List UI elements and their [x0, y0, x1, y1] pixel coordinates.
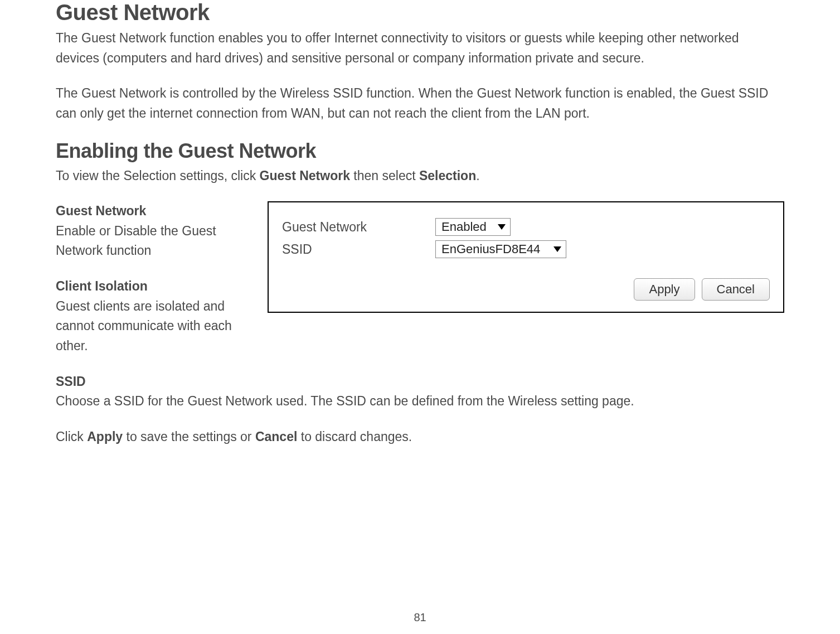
guest-network-select-value: Enabled [441, 220, 487, 234]
intro-paragraph-1: The Guest Network function enables you t… [56, 28, 784, 68]
subintro-pre: To view the Selection settings, click [56, 168, 260, 183]
chevron-down-icon [498, 224, 506, 230]
def-client-isolation-title: Client Isolation [56, 277, 251, 297]
final-bold-2: Cancel [255, 429, 297, 444]
settings-row-ssid: SSID EnGeniusFD8E44 [282, 240, 770, 258]
ssid-label: SSID [282, 242, 435, 257]
page-number: 81 [0, 611, 840, 624]
subintro-bold-1: Guest Network [260, 168, 350, 183]
def-ssid-title: SSID [56, 372, 784, 392]
final-bold-1: Apply [87, 429, 123, 444]
ssid-select-value: EnGeniusFD8E44 [441, 242, 540, 256]
subintro-bold-2: Selection [419, 168, 476, 183]
cancel-button[interactable]: Cancel [702, 278, 770, 301]
chevron-down-icon [553, 246, 561, 252]
def-client-isolation-body: Guest clients are isolated and cannot co… [56, 297, 251, 356]
final-pre: Click [56, 429, 87, 444]
def-guest-network-title: Guest Network [56, 201, 251, 221]
subintro-mid: then select [350, 168, 419, 183]
apply-button[interactable]: Apply [634, 278, 695, 301]
final-instruction: Click Apply to save the settings or Canc… [56, 427, 784, 447]
page-title: Guest Network [56, 0, 784, 25]
ssid-select[interactable]: EnGeniusFD8E44 [435, 240, 566, 258]
settings-row-guest-network: Guest Network Enabled [282, 218, 770, 236]
final-end: to discard changes. [297, 429, 412, 444]
guest-network-label: Guest Network [282, 220, 435, 235]
guest-network-select[interactable]: Enabled [435, 218, 511, 236]
settings-panel: Guest Network Enabled SSID EnGeniusFD8E4… [268, 201, 784, 313]
intro-paragraph-2: The Guest Network is controlled by the W… [56, 84, 784, 123]
section-subintro: To view the Selection settings, click Gu… [56, 166, 784, 186]
def-guest-network-body: Enable or Disable the Guest Network func… [56, 221, 251, 261]
def-ssid-body: Choose a SSID for the Guest Network used… [56, 391, 784, 412]
section-subtitle: Enabling the Guest Network [56, 139, 784, 163]
subintro-end: . [476, 168, 479, 183]
final-mid: to save the settings or [123, 429, 255, 444]
